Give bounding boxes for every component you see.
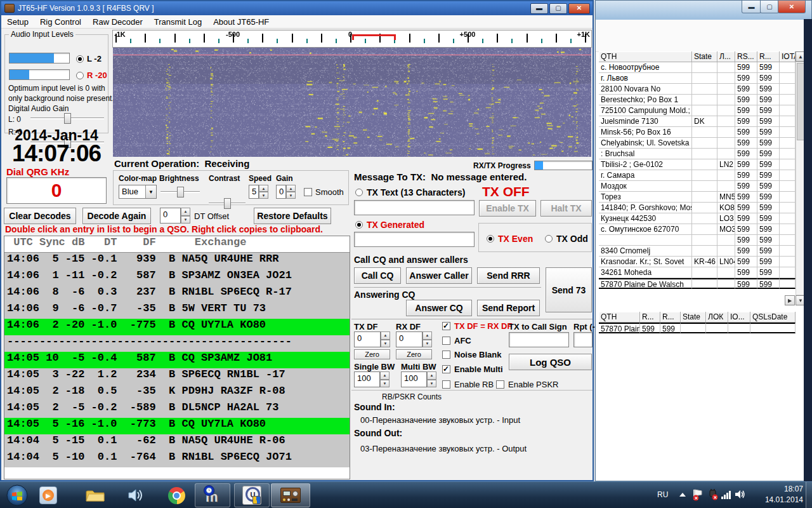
- waterfall-display[interactable]: [113, 48, 591, 157]
- send-rrr-button[interactable]: Send RRR: [477, 267, 540, 284]
- decode-row[interactable]: ----------------------------------------…: [4, 335, 350, 352]
- hidden-icons-icon[interactable]: [679, 493, 686, 497]
- table-row[interactable]: 599599: [599, 235, 796, 246]
- rx-df-spinner[interactable]: 0▲▼: [396, 331, 432, 347]
- table-row[interactable]: Berestechko; Po Box 1599599: [599, 95, 796, 105]
- l-gain-slider[interactable]: [30, 112, 104, 124]
- column-header[interactable]: IOTA: [780, 51, 796, 62]
- decode-row[interactable]: 14:05 10 -5 -0.4 587 B CQ SP3AMZ JO81: [4, 352, 350, 368]
- table-row[interactable]: ТорезMN5599599: [599, 192, 796, 203]
- colormap-dropdown[interactable]: Blue ▼: [119, 185, 157, 199]
- power-icon[interactable]: ✕: [707, 488, 719, 504]
- table-row[interactable]: Juelsminde 7130DK599599: [599, 116, 796, 127]
- taskbar-ur5eqf-log[interactable]: U: [234, 483, 270, 507]
- column-header[interactable]: ЛОК: [706, 312, 728, 323]
- menu-item-about-jt65-hf[interactable]: About JT65-HF: [207, 17, 275, 27]
- afc-checkbox[interactable]: AFC: [442, 336, 471, 345]
- decode-again-button[interactable]: Decode Again: [82, 208, 151, 224]
- table-row[interactable]: Моздок599599: [599, 181, 796, 192]
- column-header[interactable]: QTH: [599, 51, 692, 62]
- contrast-slider[interactable]: [209, 197, 246, 209]
- rpt-input[interactable]: [573, 332, 593, 347]
- menu-item-raw-decoder[interactable]: Raw Decoder: [87, 17, 148, 27]
- column-header[interactable]: State: [681, 312, 706, 323]
- multi-bw-spinner[interactable]: 100▲▼: [401, 371, 436, 387]
- speaker-icon[interactable]: [734, 489, 747, 503]
- menu-item-setup[interactable]: Setup: [1, 17, 34, 27]
- speed-spinner[interactable]: 5 ▲▼: [249, 185, 268, 199]
- column-header[interactable]: R...: [757, 51, 780, 62]
- decode-row[interactable]: 14:05 3 -22 1.2 234 B SP6ECQ RN1BL -17: [4, 368, 350, 385]
- table-row[interactable]: с. Омутинское 627070MO3599599: [599, 224, 796, 235]
- gain-spinner[interactable]: 0 ▲▼: [276, 185, 296, 199]
- decode-row[interactable]: 14:06 5 -15 -0.1 939 B NA5Q UR4UHE RRR: [4, 253, 350, 269]
- decode-row[interactable]: 14:06 2 -20 -1.0 -775 B CQ UY7LA KO80: [4, 319, 350, 335]
- decode-row[interactable]: 14:05 2 -5 -0.2 -589 B DL5NCP HA2AL 73: [4, 401, 350, 418]
- enable-rb-checkbox[interactable]: Enable RB: [442, 380, 494, 389]
- decode-row[interactable]: 14:05 5 -16 -1.0 -773 B CQ UY7LA KO80: [4, 418, 350, 434]
- column-header[interactable]: RS...: [735, 51, 757, 62]
- txdf-eq-rxdf-checkbox[interactable]: TX DF = RX DF: [442, 321, 512, 331]
- table-row[interactable]: г. Львов599599: [599, 73, 796, 84]
- rx-df-zero-button[interactable]: Zero: [396, 349, 432, 359]
- decode-row[interactable]: 14:06 9 -6 -0.7 -35 B 5W VERT TU 73: [4, 302, 350, 319]
- log-title-bar[interactable]: ▬ ▢ ✕: [596, 1, 811, 20]
- smooth-checkbox[interactable]: Smooth: [304, 187, 344, 197]
- restore-defaults-button[interactable]: Restore Defaults: [254, 208, 331, 224]
- brightness-slider[interactable]: [160, 186, 200, 197]
- tx-df-zero-button[interactable]: Zero: [354, 349, 390, 359]
- table-row[interactable]: 28100 Novara No599599: [599, 84, 796, 95]
- halt-tx-button[interactable]: Halt TX: [540, 200, 592, 217]
- dial-qrg-input[interactable]: 0: [6, 177, 107, 204]
- column-header[interactable]: QTH: [599, 312, 640, 323]
- action-center-icon[interactable]: ✕: [692, 488, 704, 504]
- column-header[interactable]: R...: [640, 312, 660, 323]
- table-row[interactable]: 34261 Moheda599599: [599, 267, 796, 278]
- table-row[interactable]: г. Самара599599: [599, 170, 796, 181]
- table-row[interactable]: Chelyabinsk; Ul. Sovetska599599: [599, 138, 796, 149]
- log-qso-button[interactable]: Log QSO: [509, 354, 592, 370]
- enable-multi-checkbox[interactable]: Enable Multi: [442, 364, 503, 374]
- decode-row[interactable]: 14:05 2 -18 0.5 -35 K PD9HJ RA3ZF R-08: [4, 385, 350, 401]
- close-icon[interactable]: ✕: [778, 1, 806, 13]
- dt-offset-spinner[interactable]: 0 ▲▼: [160, 208, 190, 224]
- table-row[interactable]: 725100 Campulung Mold.; J599599: [599, 105, 796, 116]
- tx-generated-input[interactable]: [354, 232, 475, 247]
- call-cq-button[interactable]: Call CQ: [354, 267, 401, 284]
- single-bw-spinner[interactable]: 100▲▼: [354, 371, 390, 387]
- column-header[interactable]: QSLsDate: [750, 312, 796, 323]
- column-header[interactable]: IO...: [728, 312, 750, 323]
- table-row[interactable]: Minsk-56; Po Box 16599599: [599, 127, 796, 138]
- close-icon[interactable]: ✕: [568, 3, 590, 14]
- taskbar-mixw-app[interactable]: m 🕓: [195, 483, 230, 507]
- table-row[interactable]: 57870 Plaine De Walsch599599: [599, 278, 796, 289]
- minimize-icon[interactable]: ▬: [742, 1, 761, 13]
- start-button[interactable]: [5, 483, 29, 507]
- table-row[interactable]: Кузнецк 442530LO3599599: [599, 213, 796, 224]
- table-row[interactable]: с. Новоотрубное599599: [599, 62, 796, 73]
- send-73-button[interactable]: Send 73: [546, 267, 592, 312]
- language-indicator[interactable]: RU: [657, 490, 668, 499]
- tx-text-input[interactable]: [354, 200, 475, 215]
- clear-decodes-button[interactable]: Clear Decodes: [4, 208, 76, 224]
- minimize-icon[interactable]: ▬: [530, 3, 548, 14]
- tx-even-radio[interactable]: TX Even: [487, 234, 533, 244]
- maximize-icon[interactable]: ▢: [760, 1, 779, 13]
- tx-odd-radio[interactable]: TX Odd: [545, 234, 588, 244]
- left-channel-radio[interactable]: L -2: [76, 54, 102, 64]
- table-row[interactable]: : Bruchsal599599: [599, 149, 796, 159]
- scroll-right-icon[interactable]: ▶: [785, 295, 795, 305]
- menu-item-rig-control[interactable]: Rig Control: [34, 17, 87, 27]
- decode-row[interactable]: 14:04 5 -10 0.1 -764 B RN1BL SP6ECQ JO71: [4, 451, 350, 467]
- enable-tx-button[interactable]: Enable TX: [479, 200, 536, 217]
- tx-generated-radio[interactable]: TX Generated: [355, 220, 424, 230]
- noise-blank-checkbox[interactable]: Noise Blank: [442, 350, 501, 359]
- column-header[interactable]: State: [692, 51, 717, 62]
- tx-df-spinner[interactable]: 0▲▼: [354, 331, 390, 347]
- enable-pskr-checkbox[interactable]: Enable PSKR: [496, 380, 559, 389]
- answer-caller-button[interactable]: Answer Caller: [406, 267, 472, 284]
- send-report-button[interactable]: Send Report: [477, 300, 540, 316]
- menu-item-transmit-log[interactable]: Transmit Log: [148, 17, 207, 27]
- decode-row[interactable]: 14:06 8 -6 0.3 237 B RN1BL SP6ECQ R-17: [4, 286, 350, 302]
- table-row[interactable]: 8340 Crnomelj599599: [599, 246, 796, 257]
